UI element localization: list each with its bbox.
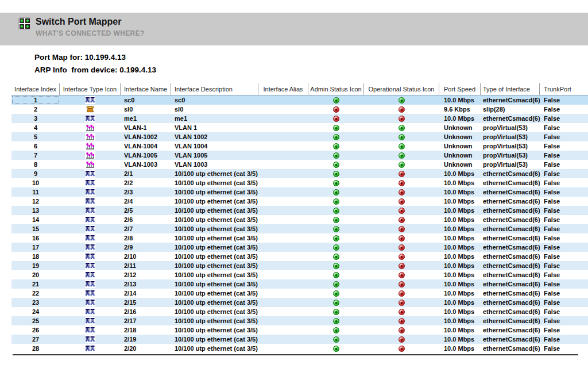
col-header-operational-status-icon[interactable]: Operational Status Icon — [364, 83, 439, 95]
switch-ports-icon — [18, 17, 31, 30]
trunkport-cell: False — [540, 123, 588, 132]
port-speed-cell: Unknown — [439, 141, 481, 151]
table-row[interactable]: 9 2/1 10/100 utp ethernet (cat 3/5) 10.0… — [11, 169, 588, 178]
col-header-type-of-interface[interactable]: Type of Interface — [481, 83, 540, 95]
table-row[interactable]: 23 2/15 10/100 utp ethernet (cat 3/5) 10… — [11, 298, 588, 307]
trunkport-cell: False — [540, 252, 588, 261]
admin-status-cell — [308, 252, 364, 261]
interface-type-icon-cell — [60, 316, 121, 325]
operational-status-cell — [364, 95, 439, 105]
col-header-trunkport[interactable]: TrunkPort — [540, 83, 588, 95]
table-row[interactable]: 19 2/11 10/100 utp ethernet (cat 3/5) 10… — [11, 261, 588, 270]
operational-status-cell — [364, 261, 439, 270]
table-header-row: Interface Index Interface Type Icon Inte… — [11, 83, 588, 95]
table-row[interactable]: 18 2/10 10/100 utp ethernet (cat 3/5) 10… — [11, 252, 588, 261]
table-row[interactable]: 5 VLAN-1002 VLAN 1002 Unknown propVirtua… — [11, 132, 588, 141]
port-speed-cell: 10.0 Mbps — [439, 279, 481, 289]
interface-name-cell: me1 — [121, 114, 171, 123]
interface-type-icon-cell — [60, 178, 121, 187]
status-green-icon — [333, 134, 339, 140]
type-of-interface-cell: ethernetCsmacd(6) — [481, 178, 540, 187]
trunkport-cell: False — [540, 160, 588, 169]
ethernet-icon — [85, 252, 95, 260]
status-green-icon — [333, 143, 339, 150]
status-red-icon — [399, 290, 405, 297]
port-speed-cell: 10.0 Mbps — [439, 325, 481, 335]
interface-alias-cell — [258, 335, 308, 344]
status-red-icon — [399, 336, 405, 343]
table-row[interactable]: 24 2/16 10/100 utp ethernet (cat 3/5) 10… — [11, 307, 588, 316]
port-speed-cell: 10.0 Mbps — [439, 169, 481, 178]
table-row[interactable]: 8 VLAN-1003 VLAN 1003 Unknown propVirtua… — [11, 160, 588, 169]
table-row[interactable]: 15 2/7 10/100 utp ethernet (cat 3/5) 10.… — [11, 224, 588, 233]
table-row[interactable]: 27 2/19 10/100 utp ethernet (cat 3/5) 10… — [11, 335, 588, 344]
interface-type-icon-cell — [60, 215, 121, 224]
status-red-icon — [399, 346, 405, 352]
port-speed-cell: 10.0 Mbps — [439, 243, 481, 252]
interface-index-cell: 18 — [11, 252, 60, 261]
table-row[interactable]: 26 2/18 10/100 utp ethernet (cat 3/5) 10… — [11, 325, 588, 335]
status-green-icon — [399, 97, 405, 103]
col-header-interface-description[interactable]: Interface Description — [171, 83, 258, 95]
trunkport-cell: False — [540, 289, 588, 298]
col-header-interface-name[interactable]: Interface Name — [121, 83, 171, 95]
col-header-port-speed[interactable]: Port Speed — [439, 83, 481, 95]
operational-status-cell — [364, 169, 439, 178]
type-of-interface-cell: ethernetCsmacd(6) — [481, 298, 540, 307]
table-row[interactable]: 22 2/14 10/100 utp ethernet (cat 3/5) 10… — [11, 289, 588, 298]
table-row[interactable]: 20 2/12 10/100 utp ethernet (cat 3/5) 10… — [11, 270, 588, 279]
status-red-icon — [399, 189, 405, 195]
interface-index-cell: 20 — [11, 270, 60, 279]
interface-alias-cell — [258, 270, 308, 279]
interface-name-cell: VLAN-1 — [121, 123, 171, 132]
table-row[interactable]: 1 sc0 sc0 10.0 Mbps ethernetCsmacd(6) Fa… — [11, 95, 588, 105]
operational-status-cell — [364, 233, 439, 243]
table-row[interactable]: 3 me1 me1 10.0 Mbps ethernetCsmacd(6) Fa… — [11, 114, 588, 123]
operational-status-cell — [364, 105, 439, 114]
table-row[interactable]: 21 2/13 10/100 utp ethernet (cat 3/5) 10… — [11, 279, 588, 289]
app-banner: Switch Port Mapper WHAT'S CONNECTED WHER… — [0, 13, 588, 45]
interface-index-cell: 8 — [11, 160, 60, 169]
type-of-interface-cell: propVirtual(53) — [481, 132, 540, 141]
col-header-interface-index[interactable]: Interface Index — [11, 83, 60, 95]
type-of-interface-cell: ethernetCsmacd(6) — [481, 252, 540, 261]
table-row[interactable]: 7 VLAN-1005 VLAN 1005 Unknown propVirtua… — [11, 151, 588, 160]
admin-status-cell — [308, 325, 364, 335]
table-row[interactable]: 28 2/20 10/100 utp ethernet (cat 3/5) 10… — [11, 344, 588, 353]
table-row[interactable]: 11 2/3 10/100 utp ethernet (cat 3/5) 10.… — [11, 187, 588, 197]
table-row[interactable]: 6 VLAN-1004 VLAN 1004 Unknown propVirtua… — [11, 141, 588, 151]
operational-status-cell — [364, 316, 439, 325]
interface-alias-cell — [258, 141, 308, 151]
admin-status-cell — [308, 298, 364, 307]
ethernet-icon — [85, 188, 95, 196]
col-header-admin-status-icon[interactable]: Admin Status Icon — [308, 83, 364, 95]
table-row[interactable]: 14 2/6 10/100 utp ethernet (cat 3/5) 10.… — [11, 215, 588, 224]
port-speed-cell: Unknown — [439, 123, 481, 132]
port-speed-cell: 10.0 Mbps — [439, 298, 481, 307]
ethernet-icon — [85, 289, 95, 297]
status-green-icon — [333, 318, 339, 324]
table-row[interactable]: 10 2/2 10/100 utp ethernet (cat 3/5) 10.… — [11, 178, 588, 187]
table-row[interactable]: 17 2/9 10/100 utp ethernet (cat 3/5) 10.… — [11, 243, 588, 252]
interface-type-icon-cell — [60, 114, 121, 123]
table-row[interactable]: 12 2/4 10/100 utp ethernet (cat 3/5) 10.… — [11, 197, 588, 206]
col-header-interface-type-icon[interactable]: Interface Type Icon — [60, 83, 121, 95]
table-row[interactable]: 13 2/5 10/100 utp ethernet (cat 3/5) 10.… — [11, 206, 588, 215]
vlan-icon — [85, 142, 95, 150]
interface-name-cell: sl0 — [121, 105, 171, 114]
table-row[interactable]: 2 sl0 sl0 9.6 Kbps slip(28) False — [11, 105, 588, 114]
table-row[interactable]: 25 2/17 10/100 utp ethernet (cat 3/5) 10… — [11, 316, 588, 325]
interface-name-cell: 2/8 — [121, 233, 171, 243]
table-row[interactable]: 16 2/8 10/100 utp ethernet (cat 3/5) 10.… — [11, 233, 588, 243]
type-of-interface-cell: ethernetCsmacd(6) — [481, 270, 540, 279]
interface-description-cell: VLAN 1002 — [171, 132, 258, 141]
status-red-icon — [399, 208, 405, 214]
status-green-icon — [333, 171, 339, 177]
col-header-interface-alias[interactable]: Interface Alias — [258, 83, 308, 95]
interface-alias-cell — [258, 325, 308, 335]
operational-status-cell — [364, 114, 439, 123]
interface-alias-cell — [258, 298, 308, 307]
type-of-interface-cell: ethernetCsmacd(6) — [481, 187, 540, 197]
interface-type-icon-cell — [60, 123, 121, 132]
table-row[interactable]: 4 VLAN-1 VLAN 1 Unknown propVirtual(53) … — [11, 123, 588, 132]
